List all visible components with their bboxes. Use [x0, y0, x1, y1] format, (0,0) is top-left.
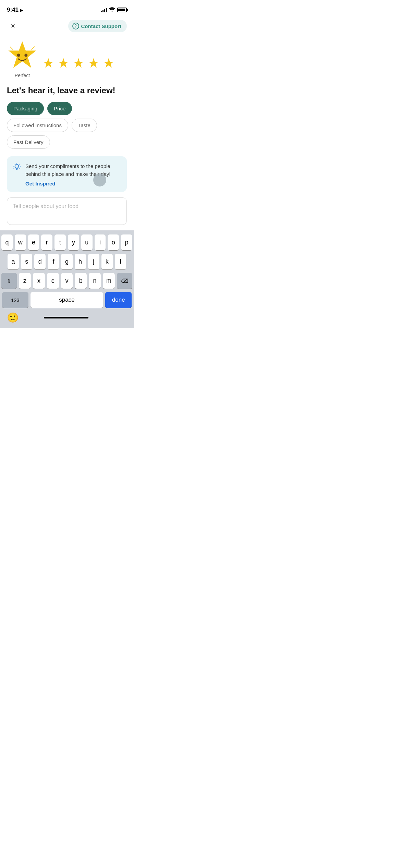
- keyboard-extras: 🙂: [1, 311, 132, 327]
- svg-line-3: [10, 47, 13, 50]
- key-s[interactable]: s: [21, 254, 32, 269]
- done-key[interactable]: done: [105, 292, 132, 308]
- status-time: 9:41: [7, 7, 19, 13]
- shift-key[interactable]: ⇧: [1, 273, 17, 289]
- space-key[interactable]: space: [31, 292, 104, 308]
- star-3[interactable]: ★: [73, 56, 84, 71]
- tag-price[interactable]: Price: [47, 102, 72, 115]
- rating-section: Perfect ★ ★ ★ ★ ★: [0, 36, 134, 84]
- mascot-star-icon: [7, 40, 38, 71]
- tag-fast-delivery[interactable]: Fast Delivery: [7, 135, 50, 149]
- key-l[interactable]: l: [115, 254, 126, 269]
- star-row[interactable]: ★ ★ ★ ★ ★: [42, 56, 114, 78]
- star-2[interactable]: ★: [58, 56, 69, 71]
- svg-point-1: [17, 54, 20, 57]
- signal-icon: [101, 8, 107, 12]
- nav-bar: × ? Contact Support: [0, 17, 134, 36]
- key-c[interactable]: c: [47, 273, 59, 289]
- key-v[interactable]: v: [61, 273, 73, 289]
- star-5[interactable]: ★: [103, 56, 114, 71]
- perfect-label: Perfect: [15, 73, 30, 78]
- keyboard-row-2: a s d f g h j k l: [1, 254, 132, 269]
- emoji-button[interactable]: 🙂: [7, 312, 19, 323]
- key-y[interactable]: y: [68, 234, 79, 250]
- key-b[interactable]: b: [75, 273, 87, 289]
- tags-container: Packaging Price Followed Instructions Ta…: [0, 102, 134, 149]
- status-icons: [101, 7, 127, 13]
- lightbulb-icon: [12, 162, 21, 173]
- help-icon: ?: [72, 23, 79, 29]
- home-indicator: [44, 317, 88, 318]
- battery-icon: [117, 8, 127, 12]
- key-a[interactable]: a: [8, 254, 19, 269]
- keyboard-row-3: ⇧ z x c v b n m ⌫: [1, 273, 132, 289]
- tag-followed-instructions[interactable]: Followed Instructions: [7, 119, 68, 132]
- keyboard-row-1: q w e r t y u i o p: [1, 234, 132, 250]
- svg-point-2: [24, 54, 27, 57]
- key-d[interactable]: d: [34, 254, 46, 269]
- star-1[interactable]: ★: [42, 56, 54, 71]
- keyboard-bottom-row: 123 space done: [1, 292, 132, 308]
- star-mascot: Perfect: [7, 40, 38, 78]
- key-o[interactable]: o: [108, 234, 119, 250]
- review-input-placeholder: Tell people about your food: [13, 203, 78, 209]
- svg-marker-0: [9, 41, 36, 68]
- key-t[interactable]: t: [54, 234, 66, 250]
- key-n[interactable]: n: [89, 273, 101, 289]
- star-4[interactable]: ★: [88, 56, 99, 71]
- svg-point-5: [15, 165, 19, 168]
- key-r[interactable]: r: [41, 234, 52, 250]
- keyboard[interactable]: q w e r t y u i o p a s d f g h j k l ⇧ …: [0, 230, 134, 328]
- key-j[interactable]: j: [88, 254, 99, 269]
- key-x[interactable]: x: [33, 273, 45, 289]
- key-k[interactable]: k: [101, 254, 113, 269]
- contact-support-label: Contact Support: [81, 23, 122, 29]
- compliments-card: Send your compliments to the people behi…: [7, 156, 127, 192]
- contact-support-button[interactable]: ? Contact Support: [68, 20, 127, 32]
- review-heading: Let's hear it, leave a review!: [0, 84, 134, 102]
- tag-taste[interactable]: Taste: [72, 119, 97, 132]
- compliments-text: Send your compliments to the people behi…: [25, 162, 121, 178]
- key-p[interactable]: p: [121, 234, 132, 250]
- tag-packaging[interactable]: Packaging: [7, 102, 44, 115]
- svg-line-4: [32, 47, 35, 50]
- get-inspired-link[interactable]: Get Inspired: [25, 181, 121, 186]
- key-q[interactable]: q: [1, 234, 13, 250]
- key-u[interactable]: u: [81, 234, 93, 250]
- key-e[interactable]: e: [28, 234, 39, 250]
- key-m[interactable]: m: [103, 273, 115, 289]
- review-input-container[interactable]: Tell people about your food: [7, 197, 127, 225]
- backspace-key[interactable]: ⌫: [117, 273, 132, 289]
- compliments-bubble: [93, 173, 106, 186]
- key-z[interactable]: z: [19, 273, 31, 289]
- key-f[interactable]: f: [48, 254, 59, 269]
- key-w[interactable]: w: [15, 234, 26, 250]
- wifi-icon: [109, 7, 115, 13]
- status-bar: 9:41 ▶: [0, 0, 134, 17]
- location-icon: ▶: [20, 8, 23, 13]
- key-g[interactable]: g: [61, 254, 72, 269]
- close-button[interactable]: ×: [7, 20, 19, 32]
- key-h[interactable]: h: [75, 254, 86, 269]
- numbers-key[interactable]: 123: [2, 292, 28, 308]
- key-i[interactable]: i: [95, 234, 106, 250]
